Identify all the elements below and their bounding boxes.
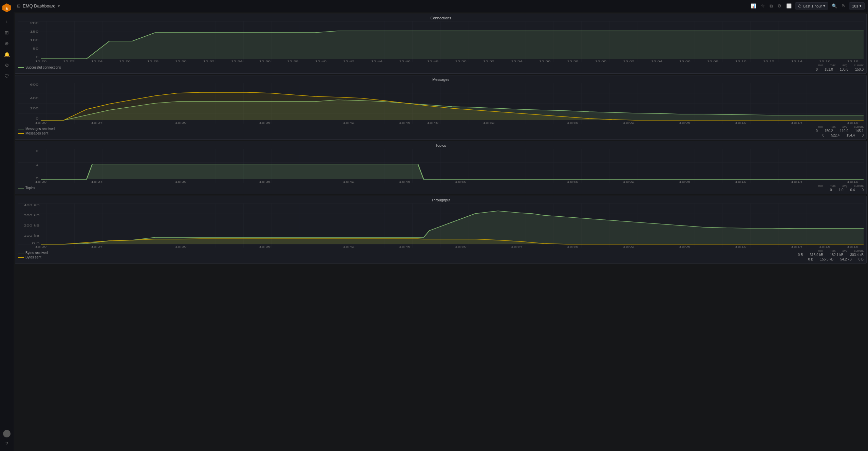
messages-svg: 600 400 200 0 15:20 15:24 15:30 15:36 15… — [18, 83, 864, 124]
svg-text:16:16: 16:16 — [819, 245, 831, 248]
topics-max: 1.0 — [839, 188, 844, 192]
refresh-interval-button[interactable]: 10s ▾ — [849, 2, 865, 10]
stat-conn-avg: 130.6 — [840, 68, 848, 71]
svg-text:0 B: 0 B — [32, 241, 40, 245]
topbar-actions: 📊 ☆ ⧉ ⚙ ⬜ ⏱ Last 1 hour ▾ 🔍 ↻ 10s ▾ — [749, 2, 865, 10]
topics-stat-hdr-curr: current — [854, 184, 864, 187]
star-icon-btn[interactable]: ☆ — [759, 3, 766, 9]
svg-text:16:00: 16:00 — [595, 60, 607, 62]
msg-sent-curr: 0 — [862, 133, 864, 137]
topics-panel: Topics 2 1 0 15:20 15:24 — [15, 141, 867, 194]
clock-icon: ⏱ — [798, 4, 802, 8]
connections-panel: Connections 200 150 100 50 0 — [15, 14, 867, 74]
dashboard-caret[interactable]: ▾ — [58, 3, 60, 8]
connections-svg: 200 150 100 50 0 15:20 15:22 15:24 15:26… — [18, 21, 864, 62]
msg-recv-avg: 119.9 — [840, 129, 848, 133]
svg-text:15:36: 15:36 — [259, 60, 271, 62]
stat-conn-max: 151.0 — [825, 68, 833, 71]
sidebar-add-icon[interactable]: + — [2, 17, 12, 26]
bytes-recv-max: 313.9 kB — [810, 253, 823, 257]
topics-stat-hdr-avg: avg — [842, 184, 847, 187]
user-avatar[interactable] — [3, 430, 11, 437]
svg-text:15:34: 15:34 — [231, 60, 243, 62]
svg-text:15:30: 15:30 — [175, 245, 187, 248]
sidebar-alert-icon[interactable]: 🔔 — [2, 50, 12, 59]
sidebar-settings-icon[interactable]: ⚙ — [2, 60, 12, 70]
topics-stats: min max avg current 0 1.0 0.4 0 — [818, 184, 864, 192]
legend-line-msg-recv — [18, 129, 24, 129]
svg-text:16:12: 16:12 — [763, 60, 775, 62]
sidebar-grid-icon[interactable]: ⊞ — [2, 28, 12, 37]
share-icon-btn[interactable]: ⧉ — [768, 3, 774, 10]
svg-text:16:06: 16:06 — [679, 60, 691, 62]
svg-text:600: 600 — [30, 83, 38, 86]
svg-text:15:20: 15:20 — [35, 245, 47, 248]
sidebar: E + ⊞ ⊕ 🔔 ⚙ 🛡 ? — [0, 0, 14, 451]
svg-text:16:14: 16:14 — [791, 180, 803, 183]
connections-title: Connections — [18, 16, 864, 20]
svg-text:0: 0 — [36, 177, 39, 180]
svg-text:15:42: 15:42 — [343, 121, 355, 124]
connections-footer: Successful connections min max avg curre… — [18, 64, 864, 71]
svg-text:15:24: 15:24 — [91, 121, 103, 124]
svg-text:16:14: 16:14 — [791, 121, 803, 124]
msg-sent-avg: 154.4 — [846, 133, 855, 137]
svg-text:15:42: 15:42 — [343, 60, 355, 62]
stat-header-max: max — [830, 64, 835, 67]
dashboard-content: Connections 200 150 100 50 0 — [14, 12, 868, 451]
svg-text:16:14: 16:14 — [791, 245, 803, 248]
svg-text:16:06: 16:06 — [679, 180, 691, 183]
legend-successful-connections: Successful connections — [18, 66, 61, 69]
msg-stat-hdr-curr: current — [854, 125, 864, 128]
svg-text:100 kB: 100 kB — [24, 234, 40, 237]
topics-stat-hdr-min: min — [818, 184, 823, 187]
svg-text:400 kB: 400 kB — [24, 203, 40, 207]
svg-text:15:22: 15:22 — [63, 60, 75, 62]
messages-chart-area: 600 400 200 0 15:20 15:24 15:30 15:36 15… — [18, 83, 864, 124]
time-range-button[interactable]: ⏱ Last 1 hour ▾ — [795, 2, 828, 10]
msg-recv-curr: 145.1 — [855, 129, 864, 133]
svg-text:15:20: 15:20 — [35, 180, 47, 183]
legend-line-bytes-sent — [18, 257, 24, 258]
sidebar-bottom: ? — [2, 430, 12, 448]
svg-text:50: 50 — [33, 47, 39, 50]
topics-svg: 2 1 0 15:20 15:24 15:30 15:36 15:42 15:4… — [18, 149, 864, 183]
refresh-icon-btn[interactable]: ↻ — [841, 3, 847, 9]
tp-stat-hdr-min: min — [818, 249, 823, 252]
topics-stat-hdr-max: max — [830, 184, 835, 187]
svg-text:16:06: 16:06 — [679, 245, 691, 248]
msg-stat-hdr-max: max — [830, 125, 835, 128]
svg-text:15:20: 15:20 — [35, 60, 47, 62]
topics-min: 0 — [830, 188, 832, 192]
svg-text:15:20: 15:20 — [35, 121, 47, 124]
svg-text:15:30: 15:30 — [175, 180, 187, 183]
sidebar-help-icon[interactable]: ? — [2, 439, 12, 448]
throughput-panel: Throughput 400 kB 300 kB 200 kB 100 kB 0… — [15, 196, 867, 264]
svg-text:16:10: 16:10 — [735, 245, 747, 248]
legend-bytes-received: Bytes received — [18, 251, 48, 255]
tv-icon-btn[interactable]: ⬜ — [785, 3, 793, 9]
svg-text:150: 150 — [30, 30, 38, 33]
stat-conn-current: 150.0 — [855, 68, 864, 71]
zoom-icon-btn[interactable]: 🔍 — [830, 3, 838, 9]
connections-chart-area: 200 150 100 50 0 15:20 15:22 15:24 15:26… — [18, 21, 864, 62]
legend-messages-received: Messages received — [18, 127, 55, 131]
legend-line-topics — [18, 188, 24, 188]
sidebar-explore-icon[interactable]: ⊕ — [2, 39, 12, 48]
refresh-interval-caret: ▾ — [860, 4, 862, 8]
svg-text:15:50: 15:50 — [455, 60, 467, 62]
settings-icon-btn[interactable]: ⚙ — [776, 3, 783, 9]
svg-text:16:18: 16:18 — [847, 121, 858, 124]
svg-text:15:38: 15:38 — [287, 60, 299, 62]
throughput-svg: 400 kB 300 kB 200 kB 100 kB 0 B 15:20 15… — [18, 203, 864, 248]
chart-icon-btn[interactable]: 📊 — [749, 3, 757, 9]
svg-text:200: 200 — [30, 21, 38, 25]
svg-text:16:18: 16:18 — [847, 180, 858, 183]
sidebar-shield-icon[interactable]: 🛡 — [2, 71, 12, 81]
legend-label-msg-recv: Messages received — [25, 127, 55, 131]
stat-header-current: current — [854, 64, 864, 67]
tp-stat-hdr-avg: avg — [842, 249, 847, 252]
svg-text:16:02: 16:02 — [623, 180, 635, 183]
svg-text:16:18: 16:18 — [847, 245, 858, 248]
svg-text:15:52: 15:52 — [483, 60, 495, 62]
